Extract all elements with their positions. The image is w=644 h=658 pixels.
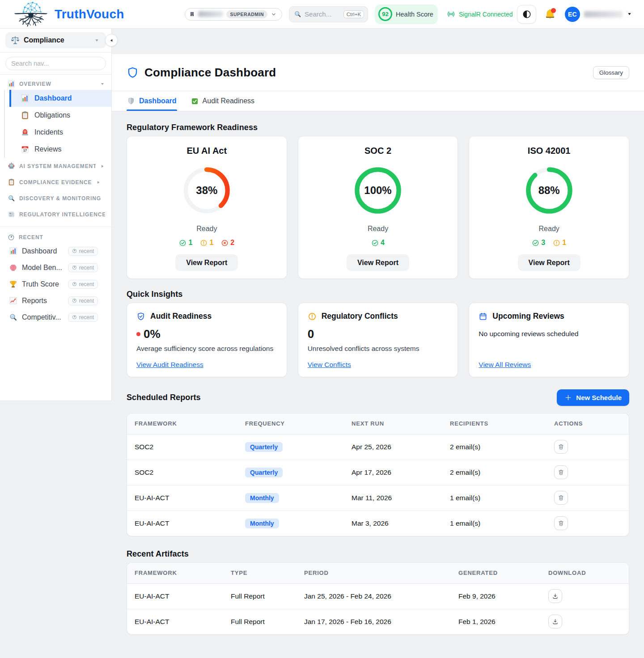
- view-audit-readiness-link[interactable]: View Audit Readiness: [136, 361, 203, 369]
- period-cell: Jan 17, 2026 - Feb 16, 2026: [297, 609, 451, 634]
- robot-icon: [8, 162, 15, 170]
- generated-cell: Feb 1, 2026: [451, 609, 541, 634]
- notifications-bell-button[interactable]: [544, 8, 556, 21]
- sidebar-item-reviews[interactable]: Reviews: [9, 141, 111, 158]
- delete-schedule-button[interactable]: [554, 440, 568, 454]
- sidebar-group-ai-system-management[interactable]: AI SYSTEM MANAGEMENT: [0, 161, 111, 171]
- global-search-input[interactable]: Search... Ctrl+K: [289, 6, 368, 22]
- user-menu[interactable]: EC: [565, 7, 632, 22]
- sidebar-divider: [0, 52, 111, 53]
- sidebar-item-dashboard[interactable]: Dashboard: [9, 90, 111, 107]
- page-header: Compliance Dashboard Glossary Dashboard …: [112, 54, 644, 111]
- health-score-pill[interactable]: 92 Health Score: [375, 4, 438, 24]
- view-report-button[interactable]: View Report: [518, 254, 580, 271]
- download-artifact-button[interactable]: [548, 615, 562, 628]
- search-icon: [294, 10, 301, 18]
- column-header: ACTIONS: [547, 413, 629, 434]
- insight-description: Average sufficiency score across regulat…: [136, 345, 277, 353]
- scales-icon: [11, 36, 20, 45]
- readiness-percent: 38%: [182, 165, 232, 215]
- view-report-button[interactable]: View Report: [175, 254, 238, 271]
- framework-card-soc-2: SOC 2 100% Ready 4 View Report: [298, 136, 458, 279]
- sidebar-item-obligations[interactable]: Obligations: [9, 107, 111, 124]
- warn-count: 1: [553, 239, 566, 247]
- sidebar-group-regulatory-intelligence[interactable]: REGULATORY INTELLIGENCE: [0, 210, 111, 219]
- module-selector-label: Compliance: [24, 36, 90, 44]
- alert-circle-icon: [308, 312, 317, 321]
- insight-description: Unresolved conflicts across systems: [308, 345, 449, 353]
- delete-schedule-button[interactable]: [554, 516, 568, 530]
- insight-card-regulatory-conflicts: Regulatory Conflicts 0 Unresolved confli…: [298, 303, 458, 377]
- brand[interactable]: TruthVouch: [13, 1, 124, 28]
- user-avatar: EC: [565, 7, 580, 22]
- framework-cell: SOC2: [127, 460, 237, 485]
- download-artifact-button[interactable]: [548, 589, 562, 603]
- view-report-button[interactable]: View Report: [347, 254, 409, 271]
- frequency-badge: Monthly: [245, 519, 279, 528]
- module-selector[interactable]: Compliance: [5, 32, 106, 48]
- shield-silver-icon: [127, 97, 135, 105]
- recent-item-model-benchmarks[interactable]: Model Ben... recent: [0, 259, 111, 276]
- scheduled-reports-heading: Scheduled Reports: [127, 393, 201, 402]
- clock-icon: [72, 265, 77, 270]
- framework-card-eu-ai-act: EU AI Act 38% Ready 1 1 2 View R: [127, 136, 287, 279]
- recent-badge: recent: [68, 280, 98, 289]
- column-header: PERIOD: [297, 563, 451, 583]
- frameworks-heading: Regulatory Framework Readiness: [127, 123, 629, 132]
- delete-schedule-button[interactable]: [554, 465, 568, 479]
- shield-icon: [127, 67, 139, 79]
- quick-insights-heading: Quick Insights: [127, 290, 629, 299]
- org-selector[interactable]: SUPERADMIN: [185, 8, 282, 21]
- sidebar-item-incidents[interactable]: Incidents: [9, 124, 111, 141]
- frequency-badge: Quarterly: [245, 468, 283, 477]
- table-row: EU-AI-ACT Full Report Jan 25, 2026 - Feb…: [127, 583, 629, 609]
- trash-icon: [558, 469, 564, 476]
- framework-cell: SOC2: [127, 434, 237, 460]
- sidebar-group-recent: RECENT: [0, 232, 111, 242]
- frequency-badge: Quarterly: [245, 442, 283, 452]
- x-circle-icon: [221, 239, 229, 247]
- clock-icon: [72, 315, 77, 320]
- notifications-unread-dot: [551, 8, 556, 13]
- role-badge: SUPERADMIN: [226, 10, 267, 18]
- recent-badge: recent: [68, 263, 98, 272]
- recent-item-dashboard[interactable]: Dashboard recent: [0, 243, 111, 259]
- recent-item-truth-score[interactable]: Truth Score recent: [0, 276, 111, 292]
- recipients-cell: 2 email(s): [442, 460, 547, 485]
- sidebar-group-compliance-evidence[interactable]: COMPLIANCE EVIDENCE: [0, 177, 111, 187]
- clock-icon: [72, 282, 77, 287]
- theme-toggle-button[interactable]: [517, 5, 536, 24]
- trophy-icon: [9, 280, 17, 288]
- shield-check-icon: [136, 312, 145, 321]
- delete-schedule-button[interactable]: [554, 491, 568, 505]
- next-run-cell: Mar 3, 2026: [344, 510, 442, 536]
- new-schedule-button[interactable]: New Schedule: [557, 389, 629, 406]
- download-icon: [552, 618, 559, 625]
- insight-title: Upcoming Reviews: [492, 312, 564, 321]
- brain-icon: [9, 263, 17, 272]
- period-cell: Jan 25, 2026 - Feb 24, 2026: [297, 583, 451, 609]
- chevron-down-icon: [271, 11, 277, 17]
- tab-audit-readiness[interactable]: Audit Readiness: [191, 91, 255, 111]
- recipients-cell: 2 email(s): [442, 434, 547, 460]
- column-header: TYPE: [223, 563, 297, 583]
- column-header: GENERATED: [451, 563, 541, 583]
- view-conflicts-link[interactable]: View Conflicts: [308, 361, 351, 369]
- brand-logo-icon: [13, 1, 49, 28]
- status-dot: [136, 332, 140, 336]
- glossary-button[interactable]: Glossary: [593, 66, 629, 79]
- magnifier-icon: [8, 194, 15, 202]
- sidebar-search-input[interactable]: [5, 57, 106, 70]
- table-header-row: FRAMEWORK TYPE PERIOD GENERATED DOWNLOAD: [127, 563, 629, 583]
- sidebar-collapse-button[interactable]: [105, 34, 118, 46]
- brand-name: TruthVouch: [55, 7, 124, 21]
- recent-item-reports[interactable]: Reports recent: [0, 292, 111, 309]
- scheduled-reports-table: FRAMEWORK FREQUENCY NEXT RUN RECIPIENTS …: [127, 413, 629, 536]
- view-all-reviews-link[interactable]: View All Reviews: [479, 361, 531, 369]
- building-icon: [189, 11, 195, 17]
- sidebar-group-discovery-monitoring[interactable]: DISCOVERY & MONITORING: [0, 194, 111, 203]
- recent-artifacts-table: FRAMEWORK TYPE PERIOD GENERATED DOWNLOAD…: [127, 562, 629, 635]
- tab-dashboard[interactable]: Dashboard: [127, 91, 177, 111]
- sidebar-group-overview[interactable]: OVERVIEW: [0, 79, 111, 89]
- recent-item-competitive[interactable]: Competitiv... recent: [0, 309, 111, 325]
